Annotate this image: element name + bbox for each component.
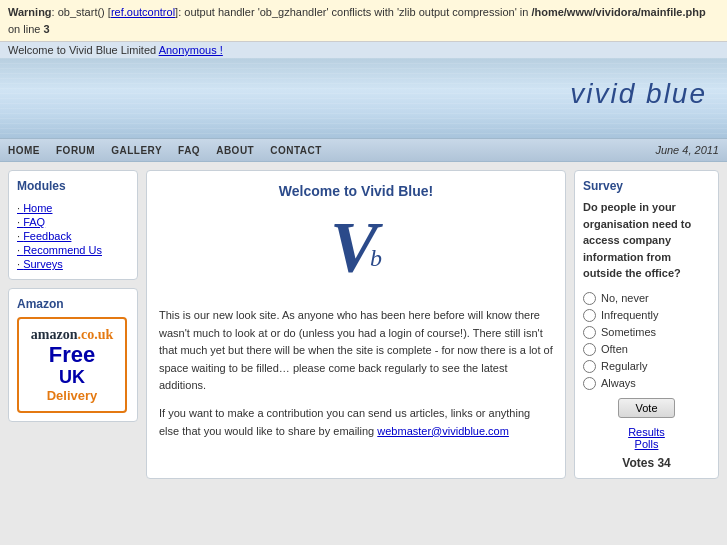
votes-count: Votes 34	[583, 456, 710, 470]
nav-links: HOME FORUM GALLERY FAQ ABOUT CONTACT	[8, 145, 322, 156]
anonymous-link[interactable]: Anonymous !	[159, 44, 223, 56]
modules-title: Modules	[17, 179, 129, 195]
amazon-free-text: Free	[27, 343, 117, 367]
survey-results: Results Polls	[583, 426, 710, 450]
amazon-uk-text: UK	[27, 367, 117, 388]
sidebar-item-feedback[interactable]: Feedback	[17, 229, 129, 243]
welcome-bar: Welcome to Vivid Blue Limited Anonymous …	[0, 42, 727, 58]
survey-radio-sometimes[interactable]	[583, 326, 596, 339]
vivid-logo-area: Vb	[159, 211, 553, 291]
survey-label-sometimes: Sometimes	[601, 326, 656, 338]
survey-title: Survey	[583, 179, 710, 193]
survey-radio-no-never[interactable]	[583, 292, 596, 305]
vote-button[interactable]: Vote	[618, 398, 674, 418]
amazon-delivery-text: Delivery	[27, 388, 117, 403]
amazon-box: Amazon amazon.co.uk Free UK Delivery	[8, 288, 138, 422]
main-layout: Modules Home FAQ Feedback Recommend Us S…	[0, 162, 727, 487]
survey-radio-always[interactable]	[583, 377, 596, 390]
welcome-text: Welcome to Vivid Blue Limited	[8, 44, 159, 56]
right-sidebar: Survey Do people in your organisation ne…	[574, 170, 719, 479]
email-link[interactable]: webmaster@vividblue.com	[377, 425, 509, 437]
survey-label-infrequently: Infrequently	[601, 309, 658, 321]
warning-text: Warning: ob_start() [ref.outcontrol]: ou…	[8, 6, 706, 35]
warning-bar: Warning: ob_start() [ref.outcontrol]: ou…	[0, 0, 727, 42]
sidebar-item-surveys[interactable]: Surveys	[17, 257, 129, 271]
sidebar-item-home[interactable]: Home	[17, 201, 129, 215]
header: vivid blue	[0, 58, 727, 138]
amazon-title: Amazon	[17, 297, 129, 311]
survey-label-no-never: No, never	[601, 292, 649, 304]
amazon-logo: amazon.co.uk	[27, 327, 117, 343]
paragraph-2: If you want to make a contribution you c…	[159, 405, 553, 440]
survey-radio-infrequently[interactable]	[583, 309, 596, 322]
sidebar-item-faq[interactable]: FAQ	[17, 215, 129, 229]
nav-gallery[interactable]: GALLERY	[111, 145, 162, 156]
nav-forum[interactable]: FORUM	[56, 145, 95, 156]
survey-label-often: Often	[601, 343, 628, 355]
nav-about[interactable]: ABOUT	[216, 145, 254, 156]
navbar: HOME FORUM GALLERY FAQ ABOUT CONTACT Jun…	[0, 138, 727, 162]
left-sidebar: Modules Home FAQ Feedback Recommend Us S…	[8, 170, 138, 479]
survey-option-regularly: Regularly	[583, 360, 710, 373]
polls-link[interactable]: Polls	[583, 438, 710, 450]
warning-link[interactable]: ref.outcontrol	[111, 6, 175, 18]
nav-contact[interactable]: CONTACT	[270, 145, 322, 156]
small-b-letter: b	[370, 245, 382, 271]
survey-box: Survey Do people in your organisation ne…	[574, 170, 719, 479]
content-title: Welcome to Vivid Blue!	[159, 183, 553, 199]
survey-label-regularly: Regularly	[601, 360, 647, 372]
nav-date: June 4, 2011	[655, 144, 719, 156]
survey-option-sometimes: Sometimes	[583, 326, 710, 339]
main-text: This is our new look site. As anyone who…	[159, 307, 553, 440]
survey-option-always: Always	[583, 377, 710, 390]
survey-option-infrequently: Infrequently	[583, 309, 710, 322]
site-logo: vivid blue	[570, 78, 707, 110]
sidebar-item-recommend-us[interactable]: Recommend Us	[17, 243, 129, 257]
modules-box: Modules Home FAQ Feedback Recommend Us S…	[8, 170, 138, 280]
survey-radio-regularly[interactable]	[583, 360, 596, 373]
main-content: Welcome to Vivid Blue! Vb This is our ne…	[146, 170, 566, 479]
nav-home[interactable]: HOME	[8, 145, 40, 156]
survey-option-often: Often	[583, 343, 710, 356]
survey-label-always: Always	[601, 377, 636, 389]
survey-question: Do people in your organisation need to a…	[583, 199, 710, 282]
nav-faq[interactable]: FAQ	[178, 145, 200, 156]
survey-option-no-never: No, never	[583, 292, 710, 305]
survey-radio-often[interactable]	[583, 343, 596, 356]
amazon-ad[interactable]: amazon.co.uk Free UK Delivery	[17, 317, 127, 413]
results-link[interactable]: Results	[583, 426, 710, 438]
paragraph-1: This is our new look site. As anyone who…	[159, 307, 553, 395]
